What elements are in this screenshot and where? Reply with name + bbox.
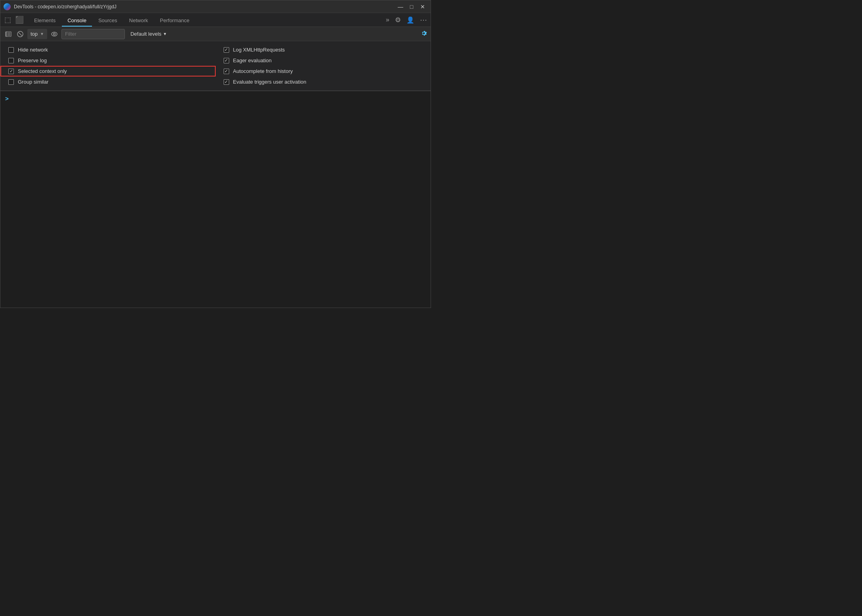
tab-right-icons: » ⚙ 👤 ⋯ bbox=[385, 15, 427, 27]
eye-button[interactable] bbox=[50, 29, 59, 39]
selected-context-checkbox[interactable] bbox=[8, 69, 14, 74]
log-xhr-label: Log XMLHttpRequests bbox=[233, 47, 285, 53]
eye-icon bbox=[51, 31, 57, 37]
preserve-log-label: Preserve log bbox=[18, 57, 47, 63]
more-menu-icon[interactable]: ⋯ bbox=[419, 15, 427, 25]
svg-line-6 bbox=[19, 33, 22, 36]
svg-point-7 bbox=[52, 32, 57, 36]
console-prompt-symbol: > bbox=[5, 95, 9, 102]
selected-context-label: Selected context only bbox=[18, 68, 67, 74]
hide-network-label: Hide network bbox=[18, 47, 48, 53]
tab-bar: ⬚ ⬛ Elements Console Sources Network Per… bbox=[0, 13, 431, 27]
sidebar-icon bbox=[5, 31, 11, 37]
option-group-similar[interactable]: Group similar bbox=[0, 77, 216, 87]
options-left-column: Hide network Preserve log Selected conte… bbox=[0, 44, 216, 87]
title-bar: DevTools - codepen.io/zoherghadyali/full… bbox=[0, 0, 431, 13]
devtools-icon bbox=[4, 3, 11, 10]
window-controls: — □ ✕ bbox=[396, 3, 427, 11]
close-button[interactable]: ✕ bbox=[418, 3, 427, 11]
context-dropdown-arrow: ▼ bbox=[40, 32, 44, 36]
options-panel: Hide network Preserve log Selected conte… bbox=[0, 41, 431, 91]
eval-triggers-checkbox[interactable] bbox=[224, 79, 229, 85]
cursor-tool-icon[interactable]: ⬚ bbox=[4, 15, 12, 25]
tab-performance[interactable]: Performance bbox=[154, 15, 195, 27]
hide-network-checkbox[interactable] bbox=[8, 47, 14, 53]
eager-eval-label: Eager evaluation bbox=[233, 57, 272, 63]
console-area[interactable]: > bbox=[0, 91, 431, 106]
option-selected-context[interactable]: Selected context only bbox=[0, 66, 216, 77]
minimize-button[interactable]: — bbox=[396, 3, 405, 11]
option-autocomplete[interactable]: Autocomplete from history bbox=[216, 66, 431, 77]
svg-point-8 bbox=[53, 33, 55, 35]
context-selector[interactable]: top ▼ bbox=[27, 29, 47, 39]
tab-left-icons: ⬚ ⬛ bbox=[4, 15, 25, 27]
console-settings-gear-icon[interactable] bbox=[420, 30, 427, 38]
more-tabs-icon[interactable]: » bbox=[385, 15, 390, 24]
default-levels-button[interactable]: Default levels ▼ bbox=[127, 30, 170, 38]
options-grid: Hide network Preserve log Selected conte… bbox=[0, 44, 431, 87]
filter-input[interactable] bbox=[61, 29, 125, 39]
context-value: top bbox=[31, 31, 38, 37]
devtools-settings-icon[interactable]: ⚙ bbox=[394, 15, 402, 25]
console-toolbar: top ▼ Default levels ▼ bbox=[0, 27, 431, 41]
svg-rect-1 bbox=[6, 32, 7, 36]
option-log-xhr[interactable]: Log XMLHttpRequests bbox=[216, 44, 431, 55]
option-eval-triggers[interactable]: Evaluate triggers user activation bbox=[216, 77, 431, 87]
autocomplete-checkbox[interactable] bbox=[224, 69, 229, 74]
levels-label: Default levels bbox=[130, 31, 161, 37]
tab-sources[interactable]: Sources bbox=[93, 15, 123, 27]
group-similar-label: Group similar bbox=[18, 79, 48, 85]
option-hide-network[interactable]: Hide network bbox=[0, 44, 216, 55]
window-title: DevTools - codepen.io/zoherghadyali/full… bbox=[14, 4, 393, 10]
eager-eval-checkbox[interactable] bbox=[224, 58, 229, 63]
eval-triggers-label: Evaluate triggers user activation bbox=[233, 79, 306, 85]
preserve-log-checkbox[interactable] bbox=[8, 58, 14, 63]
options-right-column: Log XMLHttpRequests Eager evaluation Aut… bbox=[216, 44, 431, 87]
restore-button[interactable]: □ bbox=[407, 3, 416, 11]
gear-icon bbox=[420, 30, 427, 37]
clear-icon bbox=[17, 31, 23, 37]
tab-network[interactable]: Network bbox=[124, 15, 154, 27]
autocomplete-label: Autocomplete from history bbox=[233, 68, 293, 74]
tab-console[interactable]: Console bbox=[62, 15, 92, 27]
group-similar-checkbox[interactable] bbox=[8, 79, 14, 85]
device-tool-icon[interactable]: ⬛ bbox=[14, 15, 25, 25]
clear-console-button[interactable] bbox=[15, 29, 25, 39]
sidebar-toggle-button[interactable] bbox=[4, 29, 13, 39]
profile-icon[interactable]: 👤 bbox=[406, 15, 415, 25]
option-eager-eval[interactable]: Eager evaluation bbox=[216, 55, 431, 66]
option-preserve-log[interactable]: Preserve log bbox=[0, 55, 216, 66]
tab-elements[interactable]: Elements bbox=[29, 15, 61, 27]
log-xhr-checkbox[interactable] bbox=[224, 47, 229, 53]
levels-arrow: ▼ bbox=[163, 32, 167, 36]
